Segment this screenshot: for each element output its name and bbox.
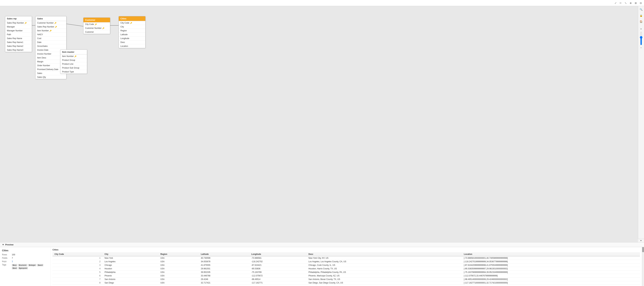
cell-longitude: -98.49514 — [249, 277, 306, 281]
table-row: 7 San Antonio USA 29.4246 -98.49514 San … — [52, 277, 640, 281]
keys-value[interactable]: 1 — [12, 260, 13, 263]
table-item-master[interactable]: Item master Item Number 🔑 Product Group … — [60, 50, 87, 74]
data-table: City Code City Region Latitude Longitude… — [52, 252, 640, 285]
field-city: City — [119, 25, 145, 29]
scrollbar-thumb[interactable] — [642, 247, 644, 252]
cell-region: USA — [158, 281, 199, 285]
cell-desc: Los Angeles, Los Angeles County, CA, US — [306, 260, 462, 263]
keys-label: Keys — [2, 260, 10, 263]
table-row: 1 New York USA 40.730599 -73.986581 New … — [52, 256, 640, 260]
connector-lines — [0, 6, 638, 242]
table-body: 1 New York USA 40.730599 -73.986581 New … — [52, 256, 640, 285]
tag-geopoint: $geopoint — [18, 267, 28, 269]
info-row-keys: Keys 1 — [2, 260, 48, 263]
menu-icon[interactable]: ⊟ — [639, 1, 643, 5]
field-product-group: Product Group — [60, 58, 87, 62]
col-latitude: Latitude — [199, 252, 249, 256]
preview-title: Preview — [5, 243, 14, 246]
cell-location: [-87.6244209999999998,41.875554999999999… — [462, 263, 640, 267]
cell-latitude: 39.952335 — [199, 270, 249, 274]
field-sales-rep-name1: Sales Rep Name1 — [5, 40, 32, 44]
data-table-container: Cities City Code City Region Latitude Lo… — [50, 247, 642, 286]
lock-icon[interactable]: 🔒 — [639, 14, 643, 18]
preview-header[interactable]: ▼ Preview — [0, 242, 644, 247]
cell-desc: San Diego, San Diego County, CA, US — [306, 281, 462, 285]
field-sales-rep-number-s: Sales Rep Number 🔑 — [36, 25, 66, 29]
preview-scrollbar[interactable] — [642, 247, 644, 286]
cell-desc: Chicago, Cook County, IL, US — [306, 263, 462, 267]
table-cities[interactable]: Cities City Code 🔑 City Region Latitude … — [118, 16, 146, 48]
col-desc: Desc — [306, 252, 462, 256]
col-region: Region — [158, 252, 199, 256]
expand-icon[interactable]: ⤢ — [614, 1, 618, 5]
cell-city-code: 2 — [52, 260, 102, 263]
cell-city-code: 3 — [52, 263, 102, 267]
field-sales-qty: Sales Qty — [36, 75, 66, 79]
table-row: 8 San Diego USA 32.717421 -117.162771 Sa… — [52, 281, 640, 285]
cell-desc: New York City, NY, US — [306, 256, 462, 260]
field-desc: Desc — [119, 40, 145, 44]
field-pct-key: %KEY — [36, 33, 66, 37]
field-sales-rep-name2: Sales Rep Name2 — [5, 44, 32, 48]
cell-region: USA — [158, 277, 199, 281]
zoom-in-icon[interactable]: + — [639, 27, 643, 31]
cell-longitude: -118.242702 — [249, 260, 306, 263]
cell-region: USA — [158, 256, 199, 260]
table-sales-rep[interactable]: Sales rep Sales Rep Number 🔑 Manager Man… — [5, 16, 32, 52]
field-region: Region — [119, 29, 145, 33]
col-location: Location — [462, 252, 640, 256]
cut-icon[interactable]: ✂ — [619, 1, 622, 5]
target-icon[interactable]: ⊕ — [629, 1, 632, 5]
info-panel: Cities Rows 100 Fields 7 Keys 1 Tags $ke… — [0, 247, 50, 286]
fields-label: Fields — [2, 257, 10, 259]
cell-location: [-95.5383599999999997,29.981501000000000… — [462, 267, 640, 270]
field-latitude: Latitude — [119, 33, 145, 37]
field-manager: Manager — [5, 25, 32, 29]
zoom-out-icon[interactable]: − — [639, 46, 643, 50]
cell-latitude: 34.053678 — [199, 260, 249, 263]
col-city-code: City Code — [52, 252, 102, 256]
cell-longitude: -112.075672 — [249, 274, 306, 277]
field-customer-number-c: Customer Number 🔑 — [84, 26, 110, 30]
cell-longitude: -75.163789 — [249, 270, 306, 274]
info-row-rows: Rows 100 — [2, 253, 48, 256]
tag-integer: $integer — [28, 264, 36, 266]
cell-city: New York — [102, 256, 158, 260]
table-row: 6 Phoenix USA 33.446768 -112.075672 Phoe… — [52, 274, 640, 277]
zoom-slider[interactable] — [640, 32, 643, 45]
table-header-cities: Cities — [119, 16, 145, 21]
cell-city-code: 8 — [52, 281, 102, 285]
home-icon[interactable]: 🏠 — [639, 20, 643, 24]
fields-value: 7 — [12, 257, 13, 259]
tag-key: $key — [12, 264, 17, 266]
compress-icon[interactable]: ⤡ — [624, 1, 628, 5]
table-customer[interactable]: Customer City Code 🔑 Customer Number 🔑 C… — [83, 18, 110, 34]
cell-region: USA — [158, 267, 199, 270]
cell-desc: Phoenix, Maricopa County, AZ, US — [306, 274, 462, 277]
table-row: 4 Houston USA 29.981501 -95.53836 Housto… — [52, 267, 640, 270]
info-row-fields: Fields 7 — [2, 257, 48, 259]
tag-text: $text — [12, 267, 18, 269]
search-icon[interactable]: 🔍 — [639, 8, 643, 12]
table-header-item-master: Item master — [60, 50, 87, 54]
field-date: Date — [36, 40, 66, 44]
cell-city: San Antonio — [102, 277, 158, 281]
collapse-arrow[interactable]: ▼ — [638, 239, 644, 242]
col-city: City — [102, 252, 158, 256]
cell-latitude: 41.875555 — [199, 263, 249, 267]
grid-icon[interactable]: ⊞ — [634, 1, 638, 5]
field-item-number-im: Item Number 🔑 — [60, 54, 87, 58]
rows-value: 100 — [12, 253, 15, 256]
cell-location: [-117.162771000000001,32.717421000000000… — [462, 281, 640, 285]
tags-label: Tags — [2, 264, 10, 269]
zoom-container: + − — [639, 27, 643, 50]
cell-city: Los Angeles — [102, 260, 158, 263]
cell-desc: San Antonio, Bexar County, TX, US — [306, 277, 462, 281]
field-product-line: Product Line — [60, 62, 87, 66]
cell-longitude: -95.53836 — [249, 267, 306, 270]
field-customer-number: Customer Number 🔑 — [36, 21, 66, 25]
table-row: 2 Los Angeles USA 34.053678 -118.242702 … — [52, 260, 640, 263]
cell-city: Phoenix — [102, 274, 158, 277]
field-customer: Customer — [84, 30, 110, 34]
tags-container: $key $numeric $integer $ascii $text $geo… — [12, 264, 48, 269]
